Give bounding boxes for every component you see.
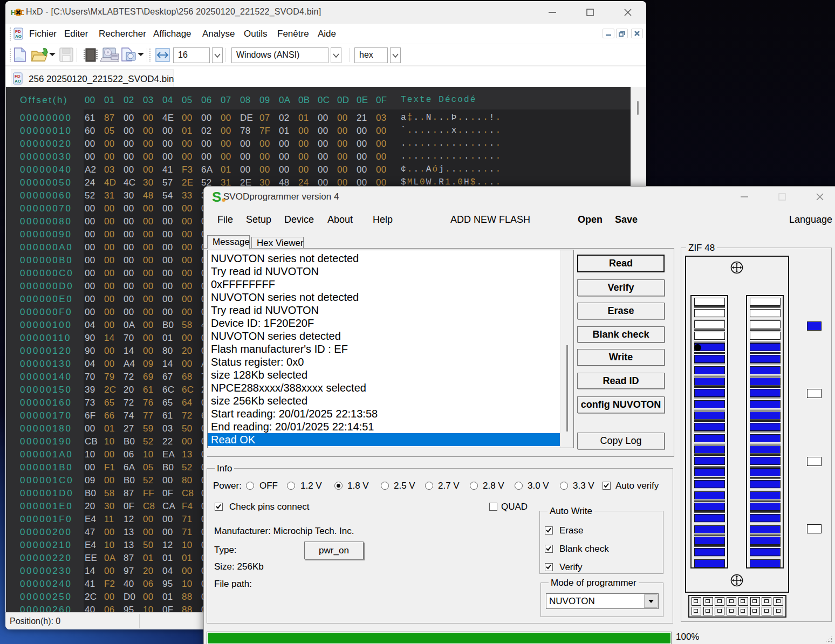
svg-text:FD: FD: [15, 74, 20, 79]
svg-text:D: D: [20, 9, 24, 17]
svg-text:AO: AO: [15, 79, 21, 84]
svg-text:AO: AO: [15, 34, 22, 39]
svg-text:FD: FD: [15, 29, 21, 34]
